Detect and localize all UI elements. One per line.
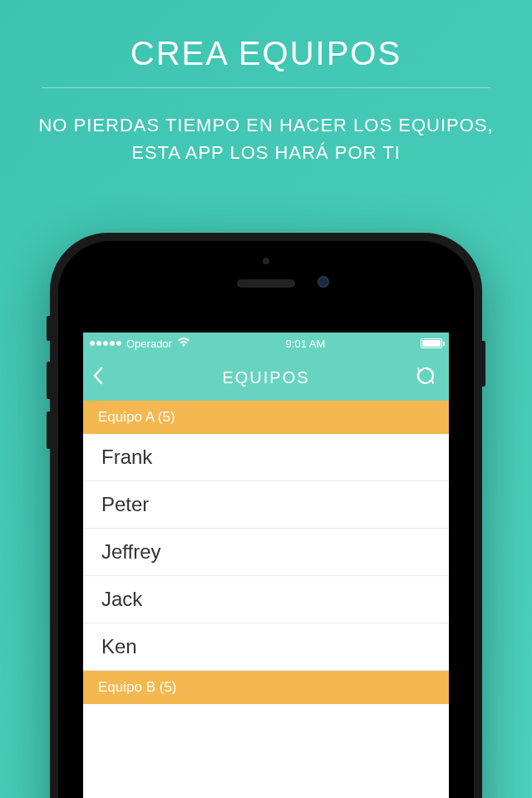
battery-icon [421,338,442,348]
phone-volume-down [47,411,50,449]
phone-mute-switch [47,316,50,341]
status-time: 9:01 AM [286,337,326,350]
list-item[interactable]: Frank [83,434,449,481]
section-header: Equipo A (5) [83,401,449,434]
list-item[interactable]: Jack [83,576,449,623]
promo-subtitle: NO PIERDAS TIEMPO EN HACER LOS EQUIPOS, … [0,88,532,166]
status-bar: Operador 9:01 AM [83,332,449,354]
phone-sensor [263,258,269,264]
status-right [421,338,442,348]
phone-earpiece [237,279,295,288]
nav-title: EQUIPOS [222,368,309,387]
phone-volume-up [47,362,50,399]
section-header: Equipo B (5) [83,671,449,704]
back-button[interactable] [91,366,105,389]
nav-bar: EQUIPOS [83,354,449,401]
status-left: Operador [90,337,190,350]
phone-body: Operador 9:01 AM EQUIPOS [58,241,474,798]
app-screen: Operador 9:01 AM EQUIPOS [83,332,449,798]
list-item[interactable]: Peter [83,481,449,529]
phone-power-button [482,341,485,387]
phone-frame: Operador 9:01 AM EQUIPOS [50,233,482,798]
signal-icon [90,341,121,346]
carrier-label: Operador [126,337,172,350]
list-item[interactable]: Jeffrey [83,529,449,576]
list-item[interactable]: Ken [83,623,449,671]
refresh-button[interactable] [414,364,437,391]
phone-camera [318,276,329,288]
wifi-icon [177,337,190,350]
promo-title: CREA EQUIPOS [0,0,532,87]
